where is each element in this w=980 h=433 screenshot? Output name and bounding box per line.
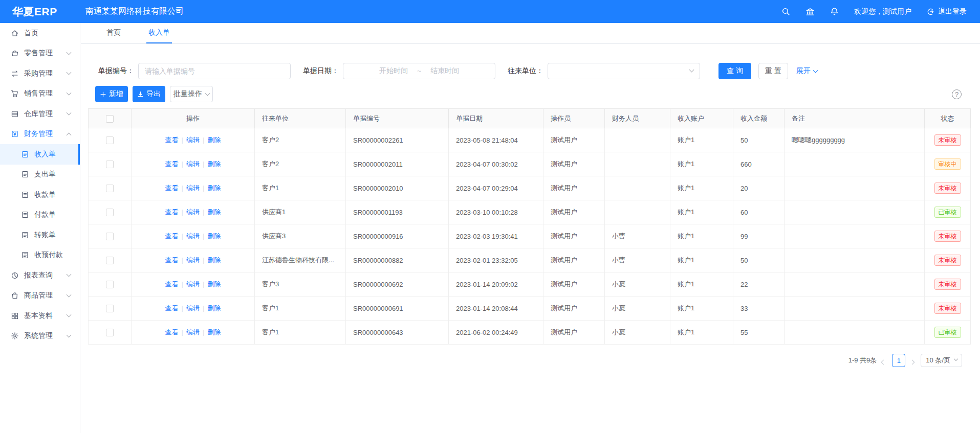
status-cell: 未审核 xyxy=(925,128,971,152)
edit-link[interactable]: 编辑 xyxy=(186,208,200,216)
edit-link[interactable]: 编辑 xyxy=(186,304,200,312)
link-separator: | xyxy=(203,184,204,192)
current-page-button[interactable]: 1 xyxy=(892,354,905,367)
sidebar-item-label: 零售管理 xyxy=(24,49,53,58)
edit-link[interactable]: 编辑 xyxy=(186,328,200,336)
remark-cell xyxy=(785,176,925,200)
view-link[interactable]: 查看 xyxy=(165,304,179,312)
operator-cell: 测试用户 xyxy=(543,224,605,248)
actions-cell: 查看|编辑|删除 xyxy=(132,272,255,297)
sidebar-item-15[interactable]: 基本资料 xyxy=(0,306,80,326)
plus-icon xyxy=(100,91,106,98)
expand-link[interactable]: 展开 xyxy=(796,66,817,76)
edit-link[interactable]: 编辑 xyxy=(186,160,200,168)
column-header: 备注 xyxy=(785,109,925,128)
sidebar-item-4[interactable]: 销售管理 xyxy=(0,84,80,104)
delete-link[interactable]: 删除 xyxy=(207,184,221,192)
date-range-picker[interactable]: 开始时间 ~ 结束时间 xyxy=(343,63,495,79)
finance-staff-cell: 小曹 xyxy=(605,224,670,248)
bank-icon[interactable] xyxy=(805,7,815,16)
view-link[interactable]: 查看 xyxy=(165,256,179,264)
link-separator: | xyxy=(203,256,204,264)
checkbox-cell xyxy=(89,200,132,224)
link-separator: | xyxy=(203,208,204,216)
delete-link[interactable]: 删除 xyxy=(207,208,221,216)
sidebar-item-16[interactable]: 系统管理 xyxy=(0,326,80,347)
filter-bar: 单据编号： 单据日期： 开始时间 ~ 结束时间 往来单位： 查 询 重 置 展开 xyxy=(88,63,970,79)
delete-link[interactable]: 删除 xyxy=(207,280,221,288)
view-link[interactable]: 查看 xyxy=(165,328,179,336)
sidebar-item-6[interactable]: 财务管理 xyxy=(0,124,80,145)
sidebar-item-5[interactable]: 仓库管理 xyxy=(0,104,80,124)
sidebar-item-10[interactable]: 付款单 xyxy=(0,205,80,225)
tab-income-bill[interactable]: 收入单 xyxy=(146,23,172,43)
chevron-down-icon xyxy=(67,70,72,75)
row-checkbox[interactable] xyxy=(106,161,114,168)
edit-link[interactable]: 编辑 xyxy=(186,256,200,264)
view-link[interactable]: 查看 xyxy=(165,232,179,240)
delete-link[interactable]: 删除 xyxy=(207,136,221,144)
batch-actions-button[interactable]: 批量操作 xyxy=(170,86,213,102)
next-page-button[interactable] xyxy=(910,358,916,363)
edit-link[interactable]: 编辑 xyxy=(186,232,200,240)
view-link[interactable]: 查看 xyxy=(165,208,179,216)
link-separator: | xyxy=(203,280,204,288)
view-link[interactable]: 查看 xyxy=(165,136,179,144)
sidebar-menu: 首页零售管理采购管理销售管理仓库管理财务管理收入单支出单收款单付款单转账单收预付… xyxy=(0,23,80,346)
bill-no-input[interactable] xyxy=(138,63,291,79)
page-size-select[interactable]: 10 条/页 xyxy=(921,354,962,367)
add-button[interactable]: 新增 xyxy=(95,86,128,102)
sidebar-item-7[interactable]: 收入单 xyxy=(0,144,80,165)
search-icon[interactable] xyxy=(781,7,790,16)
sidebar-item-11[interactable]: 转账单 xyxy=(0,225,80,245)
tab-home[interactable]: 首页 xyxy=(104,23,123,43)
sidebar-item-label: 转账单 xyxy=(34,231,56,240)
row-checkbox[interactable] xyxy=(106,233,114,240)
export-button[interactable]: 导出 xyxy=(133,86,165,102)
column-header: 收入账户 xyxy=(670,109,733,128)
delete-link[interactable]: 删除 xyxy=(207,328,221,336)
help-icon[interactable]: ? xyxy=(952,89,962,99)
prev-page-button[interactable] xyxy=(882,358,887,363)
sidebar-item-1[interactable]: 首页 xyxy=(0,23,80,43)
view-link[interactable]: 查看 xyxy=(165,184,179,192)
sidebar-item-9[interactable]: 收款单 xyxy=(0,185,80,205)
edit-link[interactable]: 编辑 xyxy=(186,136,200,144)
search-button[interactable]: 查 询 xyxy=(718,63,751,79)
row-checkbox[interactable] xyxy=(106,257,114,264)
date-cell: 2023-04-07 00:29:04 xyxy=(449,176,543,200)
operator-cell: 测试用户 xyxy=(543,248,605,272)
view-link[interactable]: 查看 xyxy=(165,160,179,168)
chevron-down-icon xyxy=(67,50,72,55)
sidebar-item-13[interactable]: 报表查询 xyxy=(0,265,80,286)
edit-link[interactable]: 编辑 xyxy=(186,280,200,288)
sidebar-item-2[interactable]: 零售管理 xyxy=(0,43,80,64)
row-checkbox[interactable] xyxy=(106,281,114,288)
delete-link[interactable]: 删除 xyxy=(207,160,221,168)
row-checkbox[interactable] xyxy=(106,305,114,312)
delete-link[interactable]: 删除 xyxy=(207,304,221,312)
date-cell: 2023-05-08 21:48:04 xyxy=(449,128,543,152)
delete-link[interactable]: 删除 xyxy=(207,256,221,264)
unit-select[interactable] xyxy=(548,63,700,79)
unit-cell: 供应商1 xyxy=(255,200,346,224)
row-checkbox[interactable] xyxy=(106,209,114,216)
table-row: 查看|编辑|删除客户1SR000000006912023-01-14 20:08… xyxy=(89,297,971,321)
sidebar-item-3[interactable]: 采购管理 xyxy=(0,63,80,84)
row-checkbox[interactable] xyxy=(106,136,114,144)
amount-cell: 33 xyxy=(733,297,785,321)
table-row: 查看|编辑|删除客户2SR000000020112023-04-07 00:30… xyxy=(89,152,971,176)
edit-link[interactable]: 编辑 xyxy=(186,184,200,192)
reset-button[interactable]: 重 置 xyxy=(758,63,788,79)
sidebar-item-14[interactable]: 商品管理 xyxy=(0,286,80,306)
sidebar-item-12[interactable]: 收预付款 xyxy=(0,245,80,266)
select-all-checkbox[interactable] xyxy=(106,115,114,123)
view-link[interactable]: 查看 xyxy=(165,280,179,288)
delete-link[interactable]: 删除 xyxy=(207,232,221,240)
row-checkbox[interactable] xyxy=(106,185,114,192)
notification-bell-icon[interactable] xyxy=(830,7,839,16)
sidebar-item-8[interactable]: 支出单 xyxy=(0,165,80,185)
row-checkbox[interactable] xyxy=(106,329,114,336)
logout-button[interactable]: 退出登录 xyxy=(927,7,967,16)
status-badge: 已审核 xyxy=(934,327,961,338)
